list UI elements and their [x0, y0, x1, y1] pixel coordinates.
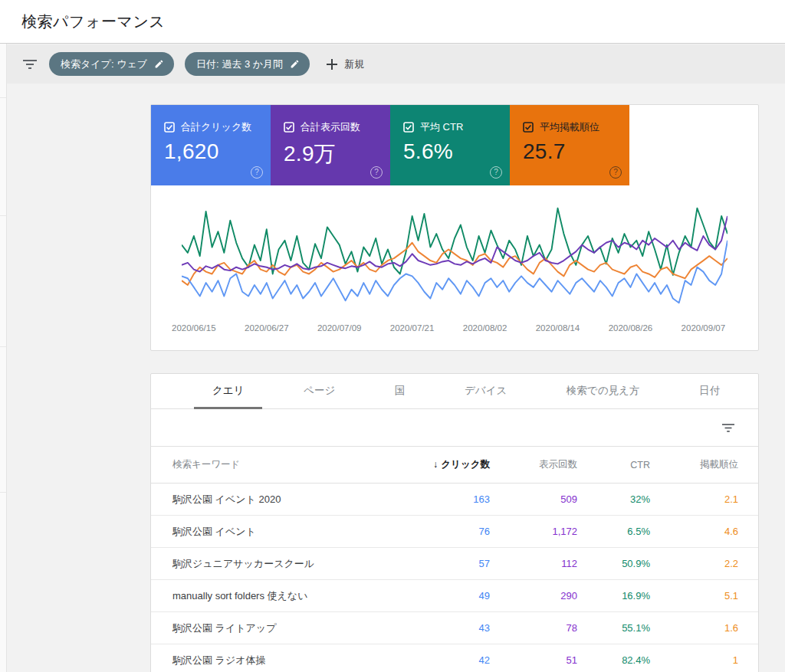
column-header-position[interactable]: 掲載順位: [650, 458, 738, 471]
search-type-chip-label: 検索タイプ: ウェブ: [61, 57, 147, 71]
cell-impressions: 290: [490, 590, 577, 602]
help-icon[interactable]: ?: [251, 166, 263, 179]
divider: [0, 97, 6, 98]
cell-clicks: 42: [398, 654, 490, 666]
cell-keyword: 駒沢公園 イベント: [172, 525, 398, 539]
x-tick-label: 2020/06/15: [172, 323, 216, 333]
help-icon[interactable]: ?: [370, 166, 383, 179]
metric-value: 1,620: [164, 139, 260, 164]
table-body: 駒沢公園 イベント 2020 163 509 32% 2.1 駒沢公園 イベント…: [151, 484, 758, 672]
metric-label: 合計表示回数: [301, 120, 360, 134]
search-type-chip[interactable]: 検索タイプ: ウェブ: [49, 52, 174, 76]
table-row[interactable]: manually sort folders 使えない 49 290 16.9% …: [151, 580, 758, 612]
filter-icon[interactable]: [21, 56, 38, 73]
metric-value: 5.6%: [403, 139, 499, 164]
table-row[interactable]: 駒沢公園 イベント 76 1,172 6.5% 4.6: [151, 516, 758, 548]
page-header: 検索パフォーマンス: [0, 0, 785, 44]
checked-checkbox-icon: [284, 122, 294, 133]
cell-ctr: 6.5%: [577, 526, 650, 537]
x-tick-label: 2020/06/27: [245, 323, 289, 333]
cell-keyword: 駒沢公園 イベント 2020: [172, 493, 398, 506]
table-row[interactable]: 駒沢公園 ライトアップ 43 78 55.1% 1.6: [151, 612, 758, 644]
cell-ctr: 55.1%: [577, 622, 650, 634]
cell-impressions: 1,172: [490, 526, 577, 537]
sort-desc-icon: ↓: [433, 459, 438, 470]
checked-checkbox-icon: [164, 122, 175, 133]
help-icon[interactable]: ?: [490, 166, 502, 179]
cell-position: 1: [650, 654, 738, 666]
chart-x-axis: 2020/06/152020/06/272020/07/092020/07/21…: [182, 323, 728, 336]
x-tick-label: 2020/08/02: [463, 323, 507, 333]
edit-pencil-icon: [154, 59, 164, 69]
edit-pencil-icon: [290, 59, 300, 69]
metric-label: 合計クリック数: [181, 120, 251, 134]
checked-checkbox-icon: [523, 122, 534, 133]
cell-position: 2.2: [650, 558, 738, 569]
cell-keyword: 駒沢ジュニアサッカースクール: [172, 557, 398, 571]
help-icon[interactable]: ?: [609, 166, 622, 179]
table-row[interactable]: 駒沢公園 イベント 2020 163 509 32% 2.1: [151, 484, 758, 516]
chart-line-CTR: [182, 208, 728, 275]
dimension-tabs: クエリページ国デバイス検索での見え方日付: [151, 374, 758, 409]
chart-line-クリック数: [182, 241, 728, 303]
metric-label: 平均掲載順位: [540, 120, 599, 134]
column-header-clicks[interactable]: ↓クリック数: [398, 458, 490, 471]
column-header-impressions[interactable]: 表示回数: [490, 458, 577, 471]
left-nav-edge: [0, 44, 7, 672]
timeseries-chart[interactable]: [182, 196, 728, 317]
cell-impressions: 78: [490, 622, 577, 634]
cell-clicks: 163: [398, 493, 490, 505]
cell-ctr: 50.9%: [577, 558, 650, 569]
cell-ctr: 32%: [577, 493, 650, 505]
table-row[interactable]: 駒沢ジュニアサッカースクール 57 112 50.9% 2.2: [151, 548, 758, 580]
cell-ctr: 16.9%: [577, 590, 650, 602]
metric-tile[interactable]: 平均掲載順位 25.7 ?: [510, 105, 629, 185]
plus-icon: [327, 59, 337, 70]
metric-value: 25.7: [523, 139, 619, 164]
divider: [0, 492, 6, 493]
cell-ctr: 82.4%: [577, 654, 650, 666]
tab-日付[interactable]: 日付: [681, 374, 738, 409]
performance-chart-card: 合計クリック数 1,620 ? 合計表示回数 2.9万 ? 平均 CTR 5.6…: [150, 104, 759, 351]
cell-clicks: 49: [398, 590, 490, 602]
tab-国[interactable]: 国: [376, 374, 424, 409]
date-range-chip-label: 日付: 過去 3 か月間: [196, 57, 283, 71]
cell-impressions: 51: [490, 654, 577, 666]
x-tick-label: 2020/07/09: [317, 323, 362, 333]
column-header-ctr[interactable]: CTR: [577, 460, 650, 470]
cell-keyword: manually sort folders 使えない: [172, 589, 398, 603]
checked-checkbox-icon: [403, 122, 414, 133]
cell-position: 4.6: [650, 526, 738, 537]
tab-クエリ[interactable]: クエリ: [194, 374, 262, 409]
cell-clicks: 43: [398, 622, 490, 634]
cell-impressions: 509: [490, 493, 577, 505]
metric-tile[interactable]: 合計クリック数 1,620 ?: [151, 105, 271, 185]
cell-clicks: 76: [398, 526, 490, 537]
cell-clicks: 57: [398, 558, 490, 569]
tab-デバイス[interactable]: デバイス: [446, 374, 525, 409]
metric-value: 2.9万: [284, 139, 379, 169]
cell-position: 1.6: [650, 622, 738, 634]
table-row[interactable]: 駒沢公園 ラジオ体操 42 51 82.4% 1: [151, 644, 758, 672]
tab-ページ[interactable]: ページ: [285, 374, 353, 409]
divider: [0, 215, 6, 216]
cell-position: 2.1: [650, 493, 738, 505]
cell-impressions: 112: [490, 558, 577, 569]
cell-keyword: 駒沢公園 ラジオ体操: [172, 654, 398, 667]
date-range-chip[interactable]: 日付: 過去 3 か月間: [185, 52, 310, 76]
x-tick-label: 2020/08/26: [609, 323, 653, 333]
cell-keyword: 駒沢公園 ライトアップ: [172, 621, 398, 635]
metric-tiles: 合計クリック数 1,620 ? 合計表示回数 2.9万 ? 平均 CTR 5.6…: [151, 105, 758, 185]
metric-tile[interactable]: 合計表示回数 2.9万 ?: [271, 105, 390, 185]
new-filter-label: 新規: [344, 57, 364, 71]
metric-label: 平均 CTR: [420, 120, 463, 134]
new-filter-button[interactable]: 新規: [327, 57, 364, 71]
table-filter-icon[interactable]: [720, 419, 737, 436]
page-title: 検索パフォーマンス: [21, 11, 165, 32]
column-header-keyword[interactable]: 検索キーワード: [172, 458, 398, 471]
x-tick-label: 2020/08/14: [536, 323, 580, 333]
metric-tile[interactable]: 平均 CTR 5.6% ?: [390, 105, 510, 185]
filter-bar: 検索タイプ: ウェブ 日付: 過去 3 か月間 新規: [7, 44, 785, 84]
divider: [0, 346, 6, 347]
tab-検索での見え方[interactable]: 検索での見え方: [548, 374, 658, 409]
